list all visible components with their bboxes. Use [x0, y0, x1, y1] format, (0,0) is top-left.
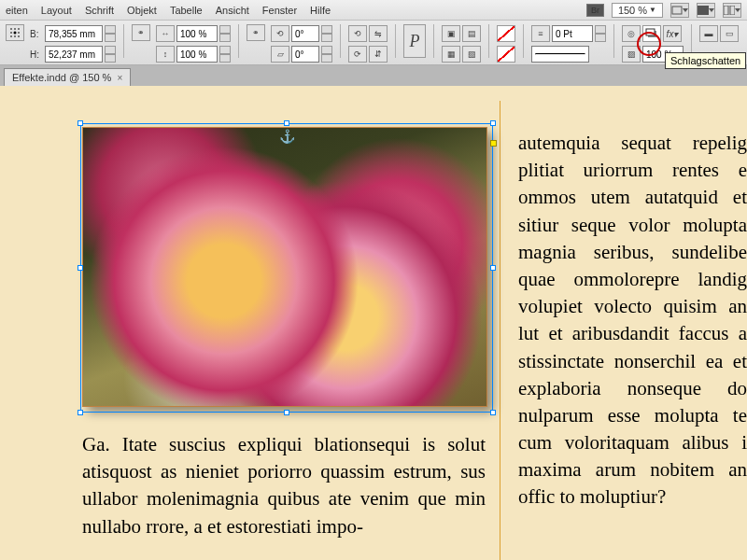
stroke-weight-spinner[interactable] — [595, 25, 606, 42]
scale-y-input[interactable]: 100 % — [176, 46, 218, 63]
handle-tr[interactable] — [490, 120, 496, 126]
handle-mr[interactable] — [490, 265, 496, 271]
rotate-icon: ⟲ — [271, 25, 289, 42]
stroke-style-dropdown[interactable] — [531, 46, 589, 63]
live-corner-handle[interactable] — [490, 140, 497, 147]
effects-icon[interactable]: ◎ — [622, 25, 641, 42]
menu-ansicht[interactable]: Ansicht — [216, 5, 249, 16]
zoom-dropdown[interactable]: 150 % ▼ — [612, 3, 663, 18]
text-wrap-bounding-icon[interactable]: ▭ — [720, 25, 739, 42]
rotate-cw-icon[interactable]: ⟳ — [348, 46, 367, 63]
svg-point-11 — [14, 35, 16, 37]
screen-mode-icon[interactable] — [697, 3, 715, 18]
menu-fenster[interactable]: Fenster — [262, 5, 297, 16]
svg-point-9 — [18, 32, 20, 34]
menu-hilfe[interactable]: Hilfe — [310, 5, 331, 16]
menu-layout[interactable]: Layout — [41, 5, 72, 16]
fill-swatch[interactable] — [497, 25, 515, 42]
width-input[interactable]: 78,355 mm — [45, 25, 103, 42]
image-frame[interactable]: ⚓ — [80, 123, 493, 413]
svg-point-8 — [14, 32, 17, 35]
scale-y-icon: ↕ — [156, 46, 175, 63]
scale-x-input[interactable]: 100 % — [176, 25, 218, 42]
stroke-weight-icon: ≡ — [531, 25, 550, 42]
svg-point-7 — [10, 32, 12, 34]
flip-v-icon[interactable]: ⇵ — [369, 46, 388, 63]
text-column-left[interactable]: Ga. Itate suscius expliqui blationsequi … — [82, 431, 486, 540]
svg-point-5 — [14, 28, 16, 30]
svg-rect-2 — [724, 6, 728, 15]
handle-br[interactable] — [490, 410, 496, 415]
select-container-icon[interactable]: ▣ — [442, 25, 460, 42]
svg-point-10 — [10, 35, 12, 37]
shear-input[interactable]: 0° — [291, 46, 319, 63]
anchor-icon: ⚓ — [279, 129, 295, 144]
stroke-weight-input[interactable]: 0 Pt — [552, 25, 593, 42]
bridge-badge[interactable]: Br — [586, 4, 604, 17]
svg-rect-0 — [672, 7, 682, 14]
view-mode-icon[interactable] — [670, 3, 689, 18]
rotate-input[interactable]: 0° — [291, 25, 319, 42]
svg-point-4 — [10, 28, 12, 30]
scale-x-icon: ↔ — [156, 25, 175, 42]
tooltip: Schlagschatten — [665, 52, 746, 69]
stroke-swatch[interactable] — [497, 46, 515, 63]
scale-x-spinner[interactable] — [219, 25, 231, 42]
menu-seiten[interactable]: eiten — [6, 5, 28, 16]
flip-h-icon[interactable]: ⇋ — [369, 25, 388, 42]
constrain-scale-icon[interactable]: ⚭ — [247, 24, 265, 41]
close-icon[interactable]: × — [117, 73, 122, 83]
text-wrap-none-icon[interactable]: ▬ — [699, 25, 718, 42]
control-bar: B:78,355 mm H:52,237 mm ⚭ ↔100 % ↕100 % … — [0, 21, 747, 65]
width-spinner[interactable] — [105, 25, 116, 42]
fx-menu[interactable]: fx▾ — [663, 25, 682, 42]
column-guide — [500, 101, 500, 560]
select-content-icon[interactable]: ▤ — [462, 25, 481, 42]
document-tab-title: Effekte.indd @ 150 % — [12, 72, 111, 83]
opacity-icon: ▨ — [622, 46, 641, 63]
handle-bl[interactable] — [78, 410, 83, 415]
rotate-spinner[interactable] — [321, 25, 332, 42]
fit-frame-icon[interactable]: ▧ — [462, 46, 481, 63]
svg-point-12 — [18, 35, 20, 37]
document-tab-strip: Effekte.indd @ 150 % × — [0, 65, 747, 86]
height-spinner[interactable] — [105, 46, 116, 63]
height-input[interactable]: 52,237 mm — [45, 46, 103, 63]
menu-bar: eiten Layout Schrift Objekt Tabelle Ansi… — [0, 0, 747, 21]
svg-rect-1 — [698, 6, 709, 15]
reference-point-icon[interactable] — [6, 24, 24, 41]
character-format-icon[interactable]: P — [403, 24, 426, 58]
width-label: B: — [30, 29, 43, 39]
scale-y-spinner[interactable] — [219, 46, 231, 63]
handle-bm[interactable] — [284, 410, 289, 415]
constrain-proportions-icon[interactable]: ⚭ — [132, 24, 150, 41]
svg-rect-14 — [646, 29, 655, 35]
height-label: H: — [30, 49, 43, 60]
document-tab[interactable]: Effekte.indd @ 150 % × — [4, 68, 131, 86]
menu-objekt[interactable]: Objekt — [127, 5, 157, 16]
menu-tabelle[interactable]: Tabelle — [170, 5, 203, 16]
document-canvas[interactable]: ⚓ Ga. Itate suscius expliqui blationsequ… — [0, 86, 747, 560]
svg-point-6 — [18, 28, 20, 30]
drop-shadow-button[interactable] — [642, 25, 661, 42]
handle-ml[interactable] — [78, 265, 83, 271]
handle-tm[interactable] — [284, 120, 289, 126]
arrange-icon[interactable] — [723, 3, 741, 18]
text-column-right[interactable]: autemquia sequat repelig plitiat uriorru… — [518, 130, 747, 511]
shear-icon: ▱ — [271, 46, 289, 63]
rotate-ccw-icon[interactable]: ⟲ — [348, 25, 367, 42]
handle-tl[interactable] — [78, 120, 83, 126]
shear-spinner[interactable] — [321, 46, 332, 63]
fit-content-icon[interactable]: ▦ — [442, 46, 460, 63]
menu-schrift[interactable]: Schrift — [85, 5, 114, 16]
